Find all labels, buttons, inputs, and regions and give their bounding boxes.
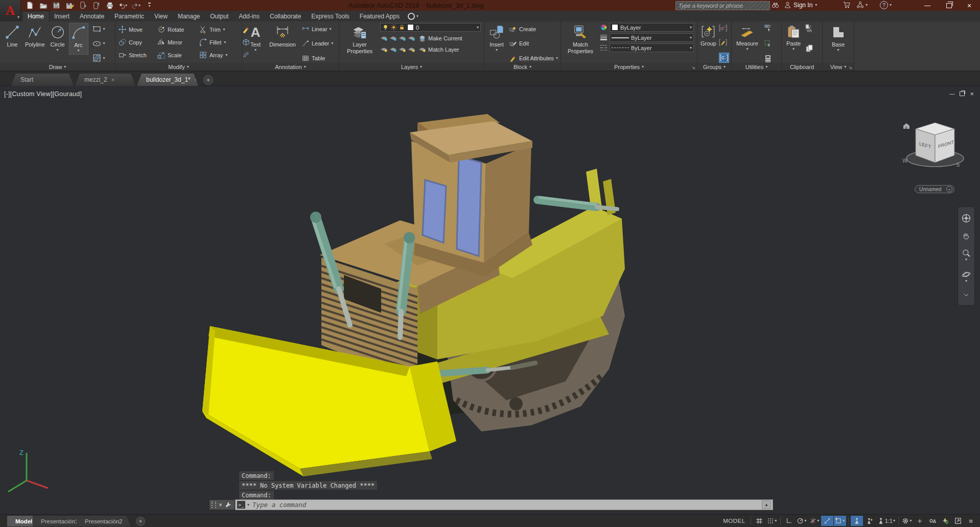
rectangle-button[interactable]: ▾ — [92, 24, 105, 34]
table-button[interactable]: Table — [301, 53, 333, 63]
clean-screen-button[interactable] — [952, 516, 964, 526]
graphics-performance-button[interactable] — [939, 516, 951, 526]
redo-button[interactable]: ▾ — [132, 2, 141, 10]
minimize-button[interactable]: — — [920, 1, 935, 10]
workspace-switching-button[interactable]: ▾ — [901, 516, 913, 526]
stretch-button[interactable]: Stretch — [119, 51, 157, 59]
mirror-button[interactable]: Mirror — [157, 38, 199, 46]
base-button[interactable]: Base▾ — [829, 23, 848, 54]
group-button[interactable]: Group — [699, 23, 718, 49]
command-input[interactable] — [251, 500, 760, 509]
open-from-web-mobile-button[interactable] — [92, 2, 101, 10]
command-close-icon[interactable]: × — [219, 501, 222, 509]
panel-label-modify[interactable]: Modify▾ — [115, 63, 242, 71]
ribbon-display-toggle[interactable]: ▾ — [408, 13, 418, 21]
dialog-launcher-icon[interactable]: ↘ — [848, 65, 852, 70]
fillet-button[interactable]: Fillet▾ — [199, 38, 242, 46]
object-snap-toggle[interactable]: ▾ — [834, 516, 846, 526]
view-cube[interactable]: LEFT FRONT W S — [902, 123, 964, 168]
named-view-pill[interactable]: Unnamed ▾ — [915, 185, 954, 193]
viewcube-south[interactable]: S — [956, 162, 960, 168]
panel-label-block[interactable]: Block▾ — [484, 63, 561, 71]
array-button[interactable]: Array▾ — [199, 51, 242, 59]
sign-in-button[interactable]: Sign In ▾ — [784, 1, 817, 9]
doc-restore-button[interactable] — [960, 91, 965, 96]
snap-mode-toggle[interactable]: ▾ — [766, 516, 778, 526]
layer-unlock-all-icon[interactable] — [408, 45, 415, 53]
polyline-button[interactable]: Polyline — [24, 23, 46, 50]
copy-button[interactable]: Copy — [119, 38, 157, 46]
tab-featured-apps[interactable]: Featured Apps — [355, 11, 405, 21]
cut-button[interactable] — [805, 24, 813, 32]
create-block-button[interactable]: Create — [509, 24, 558, 34]
doc-close-button[interactable]: × — [970, 90, 974, 98]
ellipse-button[interactable]: ▾ — [92, 39, 105, 49]
restore-button[interactable] — [941, 1, 956, 10]
panel-label-properties[interactable]: Properties▾↘ — [561, 63, 697, 71]
close-tab-icon[interactable]: × — [195, 77, 198, 83]
polar-tracking-toggle[interactable]: ▾ — [796, 516, 808, 526]
qat-customize-button[interactable]: ▾ — [145, 2, 154, 10]
line-button[interactable]: Line — [3, 23, 21, 50]
auto-scale-toggle[interactable] — [864, 516, 876, 526]
group-edit-button[interactable] — [719, 38, 729, 47]
new-file-button[interactable] — [26, 2, 34, 10]
command-bar-grip[interactable]: × — [209, 499, 235, 510]
file-tab-bulldozer[interactable]: bulldozer_3d_1*× — [137, 74, 198, 86]
scale-button[interactable]: Scale — [157, 51, 199, 59]
layer-unisolate-icon[interactable] — [389, 45, 397, 53]
panel-label-draw[interactable]: Draw▾ — [0, 63, 115, 71]
ungroup-button[interactable] — [719, 24, 729, 32]
group-selection-toggle[interactable] — [719, 53, 729, 63]
navigation-wheel-button[interactable] — [961, 213, 971, 223]
quick-calculator-button[interactable] — [764, 55, 772, 63]
search-input[interactable] — [676, 3, 769, 9]
dimension-button[interactable]: Dimension — [268, 23, 297, 50]
bulldozer-model[interactable] — [202, 114, 625, 476]
tab-annotate[interactable]: Annotate — [75, 11, 109, 21]
layer-isolate-icon[interactable] — [389, 34, 397, 42]
tab-insert[interactable]: Insert — [49, 11, 75, 21]
grid-toggle[interactable] — [753, 516, 765, 526]
make-current-button[interactable]: Make Current — [418, 33, 462, 43]
layer-thaw-all-icon[interactable] — [399, 45, 406, 53]
orbit-button[interactable]: ▾ — [962, 270, 971, 283]
tab-add-ins[interactable]: Add-ins — [234, 11, 265, 21]
space-mode-label[interactable]: MODEL — [723, 518, 745, 524]
annotation-scale-button[interactable]: 1:1▾ — [876, 516, 896, 526]
edit-block-button[interactable]: Edit — [509, 39, 558, 49]
layer-freeze-icon[interactable] — [399, 34, 406, 42]
annotation-visibility-toggle[interactable] — [851, 516, 863, 526]
layer-off-icon[interactable] — [380, 34, 388, 42]
select-objects-button[interactable] — [764, 39, 772, 48]
hatch-button[interactable]: ▾ — [92, 53, 105, 63]
viewport-controls-label[interactable]: [-][Custom View][Gouraud] — [4, 90, 82, 98]
file-tab-start[interactable]: Start — [11, 74, 74, 86]
match-layer-button[interactable]: Match Layer — [418, 44, 459, 54]
layer-on-all-icon[interactable] — [380, 45, 388, 53]
file-tab-mezzi2[interactable]: mezzi_2× — [75, 74, 135, 86]
app-store-icon[interactable] — [843, 1, 851, 9]
match-properties-button[interactable]: Match Properties — [564, 23, 597, 56]
caret-down-icon[interactable]: ▾ — [247, 503, 249, 507]
application-menu-button[interactable]: A ▾ — [0, 0, 21, 21]
annotation-monitor-button[interactable]: + — [914, 516, 926, 526]
save-as-button[interactable] — [65, 2, 74, 10]
lineweight-dropdown[interactable]: ByLayer▾ — [610, 33, 694, 42]
tab-output[interactable]: Output — [205, 11, 234, 21]
zoom-button[interactable]: ▾ — [962, 248, 971, 262]
search-icon[interactable] — [772, 1, 779, 9]
drawing-viewport[interactable]: LEFT FRONT W S Z [-][Custom View][Gourau… — [0, 86, 980, 514]
layer-lock-icon[interactable] — [408, 34, 415, 42]
layer-properties-button[interactable]: Layer Properties — [342, 23, 377, 56]
insert-block-button[interactable]: Insert▾ — [487, 23, 506, 54]
panel-label-groups[interactable]: Groups▾ — [697, 63, 731, 71]
undo-button[interactable]: ▾ — [119, 2, 127, 10]
layout-tab-presentacion2[interactable]: Presentación2 — [77, 516, 131, 526]
panel-label-layers[interactable]: Layers▾ — [339, 63, 484, 71]
close-button[interactable]: × — [962, 1, 977, 10]
wrench-icon[interactable] — [225, 501, 231, 508]
quick-select-button[interactable] — [764, 24, 772, 32]
new-layout-button[interactable]: + — [136, 517, 145, 526]
viewcube-home-icon[interactable] — [903, 123, 909, 129]
